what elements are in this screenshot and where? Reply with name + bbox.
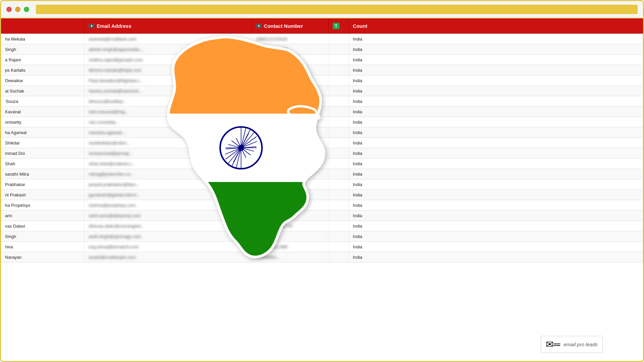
table-row: Shah nihar.shah@unilever.c... 18871.1000… xyxy=(1,159,643,169)
contact-header-label: Contact Number xyxy=(264,23,303,29)
cell-contact: 1971107971.181 xyxy=(252,200,329,210)
t-badge: T xyxy=(333,23,339,29)
cell-contact: 18866.461.161 xyxy=(252,117,329,127)
table-row: Prabhakar prasad.prabhakar@titan... 1888… xyxy=(1,179,643,190)
cell-name: Kavanal xyxy=(1,107,85,117)
cell-t xyxy=(329,55,349,65)
cell-email: prasad.prabhakar@titan... xyxy=(85,179,252,189)
watermark: ✉═ email pro leads xyxy=(541,336,603,353)
cell-contact: 18871.10000 xyxy=(252,159,329,169)
cell-country: India xyxy=(349,179,643,189)
cell-name: a Rajani xyxy=(1,55,85,65)
header-email[interactable]: ▼ Email Address xyxy=(85,18,252,34)
cell-country: India xyxy=(349,138,643,148)
cell-country: India xyxy=(349,127,643,137)
cell-name: omisetty xyxy=(1,117,85,127)
country-header-label: Count xyxy=(353,23,367,29)
cell-email: dhinvas.deler@morningher... xyxy=(85,221,252,231)
browser-titlebar xyxy=(1,1,643,18)
cell-email: manisha.agarwal... xyxy=(85,127,252,137)
table-row: a Rajani chalina.rajani@groupin.com 1311… xyxy=(1,55,643,65)
cell-email: aveli.singh@sprimago.com xyxy=(85,231,252,241)
cell-email: abhish.singh@apprivestitu... xyxy=(85,44,252,54)
cell-t xyxy=(329,127,349,137)
cell-contact: 9.1111851:11 xyxy=(252,65,329,75)
close-button[interactable] xyxy=(6,7,12,12)
table-row: Narayan anash@multidropin.com 9.1000001.… xyxy=(1,252,643,262)
cell-t xyxy=(329,242,349,252)
cell-country: India xyxy=(349,65,643,75)
table-row: Shikdar muhibsikdar@mbm... 188811131.11 … xyxy=(1,138,643,148)
cell-country: India xyxy=(349,242,643,252)
table-row: vas Dalavi dhinvas.deler@morningher... 1… xyxy=(1,221,643,231)
cell-email: anash@multidropin.com xyxy=(85,252,252,262)
cell-name: Narayan xyxy=(1,252,85,262)
table-row: omisetty nari.comisetty... 18866.461.161… xyxy=(1,117,643,127)
cell-contact: 11867.14000000 xyxy=(252,190,329,200)
cell-email: Piyel.dewaikar@fliglobal.c... xyxy=(85,75,252,85)
table-row: Dewaikar Piyel.dewaikar@fliglobal.c... 1… xyxy=(1,75,643,86)
table-row: Kavanal haris.kavanal@mg... 1d1.11000000… xyxy=(1,107,643,117)
cell-country: India xyxy=(349,159,643,169)
browser-window: ▼ Email Address ▼ Contact Number T Count… xyxy=(0,0,644,362)
maximize-button[interactable] xyxy=(24,7,29,12)
cell-t xyxy=(329,86,349,96)
cell-t xyxy=(329,200,349,210)
header-t[interactable]: T xyxy=(329,18,349,34)
contact-filter-icon[interactable]: ▼ xyxy=(256,24,262,28)
cell-country: India xyxy=(349,96,643,106)
watermark-text: email pro leads xyxy=(564,342,598,347)
cell-name: sarathi Mitra xyxy=(1,169,85,179)
cell-country: India xyxy=(349,148,643,158)
cell-email: muhammed@yernay... xyxy=(85,148,252,158)
cell-t xyxy=(329,221,349,231)
header-country: Count xyxy=(349,18,643,34)
cell-t xyxy=(329,179,349,189)
cell-email: muhibsikdar@mbm... xyxy=(85,138,252,148)
cell-email: mitrag@pukerriten.co... xyxy=(85,169,252,179)
email-filter-icon[interactable]: ▼ xyxy=(89,24,95,28)
cell-country: India xyxy=(349,252,643,262)
cell-email: harsha.suchak@harmonit... xyxy=(85,86,252,96)
cell-email: reshma@propelsys.com xyxy=(85,200,252,210)
cell-contact: 188881.100001.18 xyxy=(252,86,329,96)
cell-email: dhremu.kahalis@tripla.com xyxy=(85,65,252,75)
cell-name: ha Mekala xyxy=(1,34,85,44)
cell-country: India xyxy=(349,44,643,54)
cell-t xyxy=(329,231,349,241)
cell-country: India xyxy=(349,200,643,210)
cell-email: nihar.shah@unilever.c... xyxy=(85,159,252,169)
cell-email: nari.comisetty... xyxy=(85,117,252,127)
url-bar[interactable] xyxy=(36,5,638,14)
header-row: ▼ Email Address ▼ Contact Number T Count xyxy=(1,18,643,34)
cell-t xyxy=(329,96,349,106)
cell-name: ha Propelsys xyxy=(1,200,85,210)
cell-contact: 188811131.11 xyxy=(252,138,329,148)
cell-country: India xyxy=(349,107,643,117)
cell-contact: 111.19888.1985 xyxy=(252,127,329,137)
cell-contact: 1d1.11000000 xyxy=(252,107,329,117)
cell-country: India xyxy=(349,190,643,200)
cell-country: India xyxy=(349,55,643,65)
email-header-label: Email Address xyxy=(97,23,131,29)
table-row: nt Prakash jyprakash@global.inform... 11… xyxy=(1,190,643,200)
cell-t xyxy=(329,44,349,54)
cell-t xyxy=(329,117,349,127)
cell-t xyxy=(329,34,349,44)
cell-name: ps Kartalis xyxy=(1,65,85,75)
cell-t xyxy=(329,148,349,158)
header-contact[interactable]: ▼ Contact Number xyxy=(252,18,329,34)
cell-email: jyprakash@global.inform... xyxy=(85,190,252,200)
cell-email: eng.shiva@itomatchi.com xyxy=(85,242,252,252)
cell-country: India xyxy=(349,210,643,221)
cell-email: dhmuzz@evelley/... xyxy=(85,96,252,106)
minimize-button[interactable] xyxy=(15,7,20,12)
cell-name: hiva xyxy=(1,242,85,252)
table-row: 'Souza dhmuzz@evelley/... 18867.21060000… xyxy=(1,96,643,107)
cell-name: Shah xyxy=(1,159,85,169)
cell-email: anamela@multitask.com xyxy=(85,34,252,44)
cell-name: Prabhakar xyxy=(1,179,85,189)
cell-name: ha Agarwal xyxy=(1,127,85,137)
cell-country: India xyxy=(349,34,643,44)
cell-contact: 9.1000001... xyxy=(252,231,329,241)
